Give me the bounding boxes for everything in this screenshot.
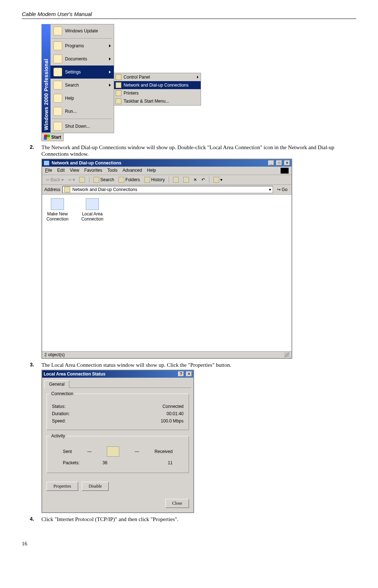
menu-file[interactable]: File	[45, 168, 52, 174]
submenu-label: Printers	[124, 91, 138, 96]
packets-label: Packets:	[63, 460, 80, 465]
received-label: Received	[154, 449, 173, 454]
menu-edit[interactable]: Edit	[57, 168, 65, 174]
step-number: 4.	[30, 516, 41, 523]
page-number: 16	[22, 541, 356, 547]
computers-icon	[107, 446, 119, 457]
tab-strip: General	[44, 380, 191, 388]
address-field[interactable]: Network and Dial-up Connections ▾	[63, 186, 273, 193]
step-3: 3. The Local Area Connection status wind…	[30, 362, 356, 368]
tab-general[interactable]: General	[44, 380, 69, 388]
packets-received: 11	[168, 460, 173, 465]
search-button[interactable]: Search	[92, 176, 116, 183]
dash: —	[135, 449, 139, 454]
menu-help[interactable]: Help	[147, 168, 156, 174]
start-item-label: Run...	[65, 109, 77, 114]
lan-icon	[86, 198, 99, 210]
menu-advanced[interactable]: Advanced	[122, 168, 142, 174]
explorer-body: Make New Connection Local Area Connectio…	[42, 195, 291, 351]
dropdown-icon[interactable]: ▾	[269, 187, 271, 192]
moveto-icon	[173, 177, 179, 183]
packets-sent: 36	[102, 460, 107, 465]
menubar: File Edit View Favorites Tools Advanced …	[42, 167, 291, 175]
step-number: 3.	[30, 362, 41, 368]
folders-button[interactable]: Folders	[117, 176, 141, 183]
close-button[interactable]: ×	[186, 372, 192, 377]
views-icon	[213, 177, 219, 183]
window-icon	[44, 160, 49, 166]
address-label: Address	[44, 187, 60, 192]
windows-logo-icon	[281, 168, 289, 174]
close-button[interactable]: ×	[284, 160, 290, 166]
addressbar: Address Network and Dial-up Connections …	[42, 185, 291, 195]
start-item-label: Settings	[65, 69, 81, 75]
local-area-connection[interactable]: Local Area Connection	[81, 198, 104, 347]
dash: —	[87, 449, 92, 454]
start-item-help[interactable]: Help	[51, 92, 114, 105]
connection-wizard-icon	[51, 198, 64, 210]
help-button[interactable]: ?	[178, 372, 184, 377]
back-button[interactable]: ⇦ Back ▾	[44, 176, 65, 183]
forward-button[interactable]: ⇨ ▾	[67, 176, 76, 183]
up-icon	[79, 177, 85, 183]
settings-submenu: Control Panel Network and Dial-up Connec…	[114, 73, 201, 106]
close-dialog-button[interactable]: Close	[165, 499, 189, 508]
lan-status-dialog: Local Area Connection Status ? × General…	[41, 370, 194, 513]
connection-group: Connection Status: Connected Duration: 0…	[47, 394, 189, 430]
history-button[interactable]: History	[143, 176, 166, 183]
start-item-windows-update[interactable]: Windows Update	[51, 24, 114, 37]
chevron-right-icon	[109, 71, 111, 74]
menu-favorites[interactable]: Favorites	[84, 168, 102, 174]
views-button[interactable]: ▾	[212, 176, 224, 183]
start-item-programs[interactable]: Programs	[51, 39, 114, 52]
start-item-shutdown[interactable]: Shut Down...	[51, 120, 114, 133]
chevron-right-icon	[109, 44, 111, 47]
toolbar: ⇦ Back ▾ ⇨ ▾ Search Folders History ✕ ↶ …	[42, 175, 291, 185]
delete-button[interactable]: ✕	[192, 176, 198, 183]
start-item-documents[interactable]: Documents	[51, 52, 114, 65]
sent-label: Sent	[63, 449, 72, 454]
start-item-label: Search	[65, 83, 79, 88]
make-new-connection[interactable]: Make New Connection	[46, 198, 69, 347]
step-4: 4. Click "Internet Protocol (TCP/IP)" an…	[30, 516, 356, 523]
start-menu: Windows 2000 Professional Windows Update…	[41, 24, 114, 133]
documents-icon	[53, 55, 62, 63]
network-icon	[116, 82, 121, 88]
disable-button[interactable]: Disable	[82, 482, 109, 491]
submenu-printers[interactable]: Printers	[114, 89, 201, 97]
menu-tools[interactable]: Tools	[107, 168, 117, 174]
menu-view[interactable]: View	[70, 168, 79, 174]
group-title: Connection	[50, 391, 75, 396]
icon-label: Local Area Connection	[81, 211, 104, 222]
network-connections-window: Network and Dial-up Connections _ □ × Fi…	[41, 159, 292, 359]
shutdown-icon	[53, 122, 62, 131]
start-item-search[interactable]: Search	[51, 79, 114, 92]
start-item-run[interactable]: Run...	[51, 105, 114, 118]
start-item-settings[interactable]: Settings	[51, 65, 114, 79]
resize-grip-icon[interactable]	[284, 352, 289, 357]
status-label: Status:	[52, 404, 65, 409]
separator	[52, 38, 112, 39]
maximize-button[interactable]: □	[276, 160, 282, 166]
submenu-taskbar[interactable]: Taskbar & Start Menu...	[114, 97, 201, 105]
submenu-control-panel[interactable]: Control Panel	[114, 73, 201, 81]
speed-value: 100.0 Mbps	[161, 418, 184, 424]
help-icon	[53, 94, 62, 103]
start-button[interactable]: Start	[41, 133, 64, 141]
taskbar-icon	[116, 98, 121, 104]
moveto-button[interactable]	[172, 176, 180, 183]
chevron-right-icon	[197, 76, 198, 79]
undo-button[interactable]: ↶	[200, 176, 206, 183]
titlebar: Network and Dial-up Connections _ □ ×	[42, 159, 291, 167]
statusbar: 2 object(s)	[42, 351, 291, 358]
properties-button[interactable]: Properties	[47, 482, 78, 491]
submenu-network[interactable]: Network and Dial-up Connections	[114, 81, 201, 89]
start-menu-figure: Windows 2000 Professional Windows Update…	[41, 24, 356, 141]
go-button[interactable]: ↪ Go	[275, 186, 289, 193]
copyto-button[interactable]	[182, 176, 190, 183]
start-item-label: Windows Update	[65, 28, 98, 33]
step-text: The Local Area Connection status window …	[41, 362, 231, 368]
up-button[interactable]	[78, 176, 87, 183]
minimize-button[interactable]: _	[268, 160, 274, 166]
globe-icon	[53, 27, 62, 35]
